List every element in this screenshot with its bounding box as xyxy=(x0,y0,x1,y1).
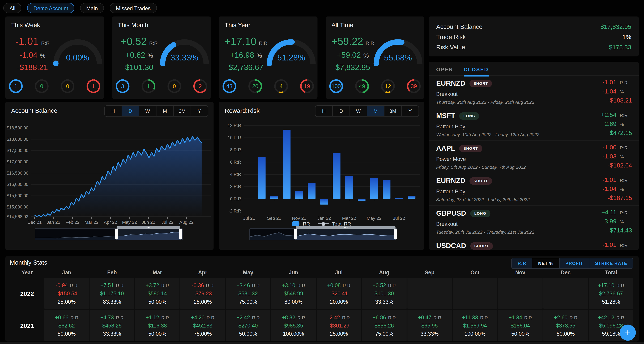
red-count-ring: 19 xyxy=(299,79,315,94)
svg-text:0 R:R: 0 R:R xyxy=(230,196,241,201)
summary-value: $178.33 xyxy=(609,44,631,51)
rr-value: +17.10 xyxy=(224,36,256,47)
navigator-handle-left[interactable] xyxy=(294,229,297,240)
range-button-h[interactable]: H xyxy=(316,106,332,117)
stats-cell: +1.12R:R $116.38 50.00% xyxy=(135,310,180,341)
stats-toggle-strike-rate[interactable]: STRIKE RATE xyxy=(589,258,633,268)
tab-main[interactable]: Main xyxy=(80,3,104,13)
legend-item-rr[interactable]: RR xyxy=(292,221,310,227)
range-button-3m[interactable]: 3M xyxy=(384,106,401,117)
svg-text:Sep 21: Sep 21 xyxy=(267,216,281,221)
svg-text:Jul 22: Jul 22 xyxy=(393,216,405,221)
range-button-y[interactable]: Y xyxy=(401,106,418,117)
amount-value: $2,736.67 xyxy=(228,63,263,72)
stats-toggle-net[interactable]: NET % xyxy=(532,258,559,268)
stats-toggle-profit[interactable]: PROFIT xyxy=(559,258,589,268)
amount-value: $7,832.95 xyxy=(336,63,370,72)
trade-rr: +4.11 xyxy=(601,209,616,216)
navigator-selection[interactable] xyxy=(296,229,396,240)
green-count-ring: 49 xyxy=(354,79,370,94)
trade-side-badge: SHORT xyxy=(469,80,492,87)
svg-text:$17,000.00: $17,000.00 xyxy=(7,159,28,164)
green-count-ring: 1 xyxy=(141,79,156,94)
range-button-w[interactable]: W xyxy=(139,106,156,117)
stats-header-nov: Nov xyxy=(498,269,542,277)
trade-row-gbpusd[interactable]: GBPUSD LONG Breakout Tuesday, 26th Jul 2… xyxy=(429,206,638,238)
svg-text:8 R:R: 8 R:R xyxy=(230,147,241,152)
navigator-handle-right[interactable] xyxy=(179,229,182,240)
pct-value: +59.02 xyxy=(337,51,361,60)
cell-amount: -$20.41 xyxy=(330,290,348,297)
svg-text:$14,568.92: $14,568.92 xyxy=(7,214,28,219)
range-button-d[interactable]: D xyxy=(122,106,139,117)
range-button-h[interactable]: H xyxy=(105,106,122,117)
trade-row-eurnzd[interactable]: EURNZD SHORT Breakout Thursday, 25th Aug… xyxy=(429,76,638,108)
range-button-m[interactable]: M xyxy=(156,106,173,117)
cell-strike-rate: 25.00% xyxy=(58,298,76,305)
trade-row-usdcad[interactable]: USDCAD SHORT -1.01R:R xyxy=(429,238,638,250)
tab-all[interactable]: All xyxy=(3,3,22,13)
svg-text:43: 43 xyxy=(226,83,232,89)
trade-values: +4.11R:R 3.99% $714.43 xyxy=(601,209,632,236)
pct-suffix: % xyxy=(40,52,46,59)
trade-row-eurnzd[interactable]: EURNZD SHORT Pattern Play Saturday, 23rd… xyxy=(429,173,638,206)
cell-rr: +8.82 xyxy=(282,314,296,320)
cell-strike-rate: 75.00% xyxy=(375,331,393,337)
stats-cell xyxy=(498,278,542,309)
svg-text:Apr 22: Apr 22 xyxy=(104,220,117,225)
svg-text:$16,500.00: $16,500.00 xyxy=(7,170,28,176)
cell-amount: $581.32 xyxy=(238,290,258,297)
cell-strike-rate: 59.18% xyxy=(602,331,620,337)
svg-text:Jun 22: Jun 22 xyxy=(142,220,155,225)
tab-demo-account[interactable]: Demo Account xyxy=(27,3,74,13)
svg-text:May 22: May 22 xyxy=(122,220,137,225)
svg-text:33.33%: 33.33% xyxy=(170,53,198,62)
range-button-y[interactable]: Y xyxy=(190,106,208,117)
stats-toggle-r-r[interactable]: R:R xyxy=(512,258,532,268)
add-trade-button[interactable]: + xyxy=(620,324,636,340)
navigator-mask xyxy=(250,229,296,240)
range-button-w[interactable]: W xyxy=(350,106,367,117)
trade-row-msft[interactable]: MSFT LONG Pattern Play Wednesday, 10th A… xyxy=(429,108,638,141)
monthly-stats-toggles: R:RNET %PROFITSTRIKE RATE xyxy=(512,258,634,269)
scrollbar-track[interactable] xyxy=(0,342,644,344)
cell-amount: $65.95 xyxy=(422,322,438,328)
trade-rr: -1.01 xyxy=(602,176,616,183)
trade-symbol: GBPUSD xyxy=(436,209,466,218)
trade-row-aapl[interactable]: AAPL SHORT Power Move Friday, 5th Aug 20… xyxy=(429,141,638,173)
rr-chart-navigator[interactable] xyxy=(249,228,397,240)
trade-amount: -$182.64 xyxy=(608,162,632,169)
summary-value: 1% xyxy=(622,33,631,40)
cell-rr: -0.36 xyxy=(192,282,204,288)
range-button-d[interactable]: D xyxy=(332,106,350,117)
trade-side-badge: SHORT xyxy=(469,178,492,185)
balance-chart-card: Account Balance HDWM3MY $18,500.00$18,00… xyxy=(6,102,214,250)
navigator-handle-left[interactable] xyxy=(115,229,118,240)
tab-closed[interactable]: CLOSED xyxy=(464,67,488,75)
trade-strategy: Breakout xyxy=(436,91,458,97)
stats-header-may: May xyxy=(226,269,270,277)
tab-open[interactable]: OPEN xyxy=(436,67,453,75)
trade-values: -1.01R:R -1.04% -$188.21 xyxy=(602,79,632,106)
cell-amount: $101.30 xyxy=(375,290,394,297)
svg-text:May 22: May 22 xyxy=(367,216,382,221)
navigator-grip[interactable] xyxy=(116,226,180,229)
monthly-stats-table: YearJanFebMarAprMayJunJulAugSepOctNovDec… xyxy=(11,269,634,341)
stats-cell: +3.10R:R $548.99 80.00% xyxy=(271,278,316,309)
trade-count-rings: 43 20 4 19 xyxy=(222,79,315,94)
balance-chart-navigator[interactable] xyxy=(35,228,183,240)
cell-amount: $1,175.10 xyxy=(100,290,124,297)
navigator-selection[interactable] xyxy=(116,229,180,240)
range-button-3m[interactable]: 3M xyxy=(173,106,190,117)
trade-side-badge: SHORT xyxy=(459,145,482,152)
rr-bar: Mar 22: 3.72 xyxy=(345,176,353,199)
svg-text:12 R:R: 12 R:R xyxy=(228,123,241,128)
navigator-handle-right[interactable] xyxy=(394,229,397,240)
navigator-grip[interactable] xyxy=(296,226,396,229)
tab-missed-trades[interactable]: Missed Trades xyxy=(110,3,157,13)
legend-item-total-rr[interactable]: Total RR xyxy=(318,221,351,227)
summary-row-risk-value: Risk Value $178.33 xyxy=(429,42,638,52)
cell-strike-rate: 50.00% xyxy=(511,331,529,337)
trade-strategy: Breakout xyxy=(436,221,458,227)
range-button-m[interactable]: M xyxy=(367,106,384,117)
